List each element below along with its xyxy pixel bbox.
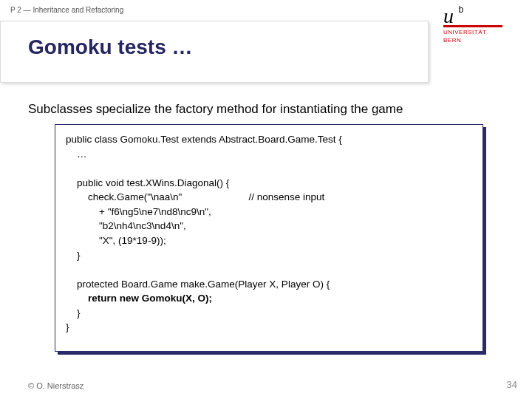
header-band: P 2 — Inheritance and Refactoring Gomoku…: [0, 0, 532, 81]
logo-letter-u: u: [443, 4, 454, 27]
code-line: public class Gomoku.Test extends Abstrac…: [66, 134, 342, 145]
code-line: }: [66, 250, 81, 261]
university-logo: u b UNIVERSITÄT BERN: [443, 4, 517, 44]
code-line: "X", (19*19-9));: [66, 235, 166, 246]
slide-title: Gomoku tests …: [28, 35, 192, 59]
code-line: check.Game("\naa\n": [66, 191, 182, 202]
logo-university-line1: UNIVERSITÄT: [443, 29, 517, 35]
subtitle: Subclasses specialize the factory method…: [28, 102, 403, 117]
code-line: }: [66, 307, 81, 318]
code-line: }: [66, 321, 69, 332]
code-line: public void test.XWins.Diagonal() {: [66, 177, 229, 188]
code-line: "b2\nh4\nc3\nd4\n",: [66, 220, 186, 231]
logo-university-line2: BERN: [443, 37, 517, 44]
course-label: P 2 — Inheritance and Refactoring: [10, 6, 123, 14]
code-line: protected Board.Game make.Game(Player X,…: [66, 279, 330, 290]
logo-letter-b: b: [458, 4, 463, 15]
code-line-bold: return new Gomoku(X, O);: [66, 293, 212, 304]
footer-copyright: © O. Nierstrasz: [28, 381, 83, 390]
code-comment: // nonsense input: [248, 191, 324, 202]
code-line: + "f6\ng5\ne7\nd8\nc9\n",: [66, 206, 211, 217]
code-line: …: [66, 149, 87, 160]
code-box: public class Gomoku.Test extends Abstrac…: [55, 124, 483, 352]
page-number: 34: [507, 379, 517, 390]
